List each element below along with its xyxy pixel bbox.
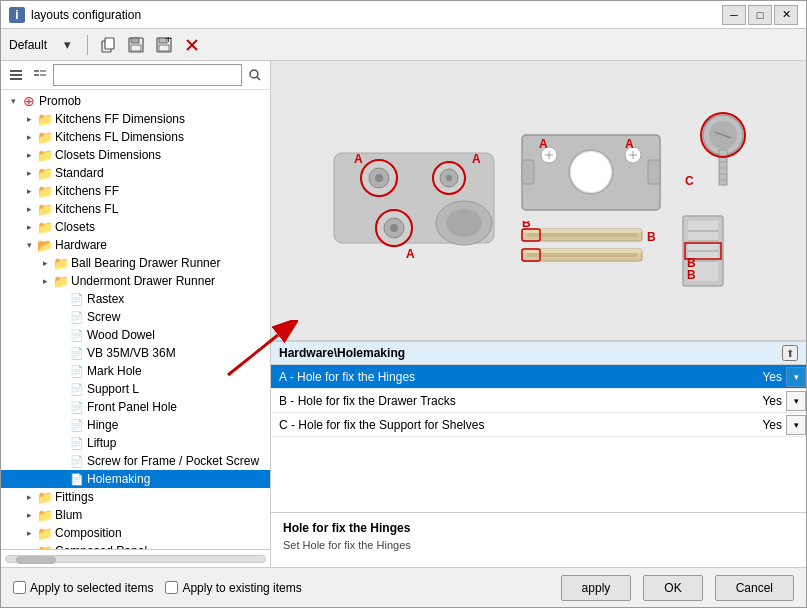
cancel-button[interactable]: Cancel (715, 575, 794, 601)
prop-row-a[interactable]: A - Hole for fix the Hinges Yes ▾ (271, 365, 806, 389)
description-text: Set Hole for fix the Hinges (283, 539, 794, 551)
svg-rect-47 (522, 160, 534, 184)
svg-rect-3 (131, 38, 139, 43)
category-title: Hardware\Holemaking (279, 346, 405, 360)
expander[interactable] (21, 165, 37, 181)
tree-item-kitchens-ff[interactable]: 📁 Kitchens FF (1, 182, 270, 200)
minimize-button[interactable]: ─ (722, 5, 746, 25)
tree-item-closets-dim[interactable]: 📁 Closets Dimensions (1, 146, 270, 164)
tree-item-vb35m[interactable]: 📄 VB 35M/VB 36M (1, 344, 270, 362)
tree-item-hardware[interactable]: 📂 Hardware (1, 236, 270, 254)
tree-item-fittings[interactable]: 📁 Fittings (1, 488, 270, 506)
copy-toolbar-btn[interactable] (96, 34, 120, 56)
scroll-thumb[interactable] (16, 556, 56, 564)
tree-item-rastex[interactable]: 📄 Rastex (1, 290, 270, 308)
maximize-button[interactable]: □ (748, 5, 772, 25)
tree-item-hinge[interactable]: 📄 Hinge (1, 416, 270, 434)
tree-item-composed-panel[interactable]: 📁 Composed Panel (1, 542, 270, 549)
main-window: i layouts configuration ─ □ ✕ Default ▾ … (0, 0, 807, 608)
tree-item-screw[interactable]: 📄 Screw (1, 308, 270, 326)
prop-value-c: Yes (726, 418, 786, 432)
props-list: A - Hole for fix the Hinges Yes ▾ B - Ho… (271, 365, 806, 512)
apply-to-existing-checkbox[interactable] (165, 581, 178, 594)
svg-rect-11 (10, 70, 22, 72)
doc-icon: 📄 (69, 399, 85, 415)
tree-item-mark-hole[interactable]: 📄 Mark Hole (1, 362, 270, 380)
preview-area: A A A (271, 61, 806, 341)
tree-item-liftup[interactable]: 📄 Liftup (1, 434, 270, 452)
close-button[interactable]: ✕ (774, 5, 798, 25)
tree-item-support-l[interactable]: 📄 Support L (1, 380, 270, 398)
expander (53, 417, 69, 433)
doc-icon: 📄 (69, 309, 85, 325)
apply-to-selected-checkbox-label[interactable]: Apply to selected items (13, 581, 153, 595)
title-bar-controls: ─ □ ✕ (722, 5, 798, 25)
apply-to-existing-label: Apply to existing items (182, 581, 301, 595)
tree-search-input[interactable] (53, 64, 242, 86)
expander[interactable] (21, 183, 37, 199)
tree-icon-btn-1[interactable] (5, 64, 27, 86)
svg-text:+: + (165, 37, 172, 46)
tree-item-kitchens-ff-dim[interactable]: 📁 Kitchens FF Dimensions (1, 110, 270, 128)
apply-button[interactable]: apply (561, 575, 632, 601)
prop-dropdown-c[interactable]: ▾ (786, 415, 806, 435)
tree-search-btn[interactable] (244, 64, 266, 86)
prop-dropdown-a[interactable]: ▾ (786, 367, 806, 387)
root-label: Promob (39, 94, 81, 108)
tree-item-wood-dowel[interactable]: 📄 Wood Dowel (1, 326, 270, 344)
tree-item-undermont[interactable]: 📁 Undermont Drawer Runner (1, 272, 270, 290)
item-label: Blum (55, 508, 82, 522)
expander[interactable] (21, 129, 37, 145)
apply-to-existing-checkbox-label[interactable]: Apply to existing items (165, 581, 301, 595)
ok-button[interactable]: OK (643, 575, 702, 601)
tree-item-composition[interactable]: 📁 Composition (1, 524, 270, 542)
expander[interactable] (21, 219, 37, 235)
tree-icon-btn-2[interactable] (29, 64, 51, 86)
expander[interactable] (37, 273, 53, 289)
delete-toolbar-btn[interactable] (180, 34, 204, 56)
tree-item-blum[interactable]: 📁 Blum (1, 506, 270, 524)
scroll-track[interactable] (5, 555, 266, 563)
expander[interactable] (21, 525, 37, 541)
item-label: Liftup (87, 436, 116, 450)
expander (53, 327, 69, 343)
category-collapse-btn[interactable]: ⬆ (782, 345, 798, 361)
folder-icon: 📁 (53, 255, 69, 271)
root-expander[interactable] (5, 93, 21, 109)
bottom-bar: Apply to selected items Apply to existin… (1, 567, 806, 607)
main-content: ⊕ Promob 📁 Kitchens FF Dimensions 📁 Kitc… (1, 61, 806, 567)
expander[interactable] (21, 489, 37, 505)
expander[interactable] (21, 201, 37, 217)
expander[interactable] (21, 147, 37, 163)
item-label: Support L (87, 382, 139, 396)
expander (53, 399, 69, 415)
expander[interactable] (21, 507, 37, 523)
svg-line-19 (257, 77, 260, 80)
prop-row-b[interactable]: B - Hole for fix the Drawer Tracks Yes ▾ (271, 389, 806, 413)
tree-item-kitchens-fl-dim[interactable]: 📁 Kitchens FL Dimensions (1, 128, 270, 146)
expander[interactable] (37, 255, 53, 271)
tree-container[interactable]: ⊕ Promob 📁 Kitchens FF Dimensions 📁 Kitc… (1, 90, 270, 549)
expander[interactable] (21, 237, 37, 253)
tree-item-front-panel-hole[interactable]: 📄 Front Panel Hole (1, 398, 270, 416)
prop-row-c[interactable]: C - Hole for fix the Support for Shelves… (271, 413, 806, 437)
tree-item-holemaking[interactable]: 📄 Holemaking (1, 470, 270, 488)
expander[interactable] (21, 111, 37, 127)
tree-item-ball-bearing[interactable]: 📁 Ball Bearing Drawer Runner (1, 254, 270, 272)
tree-item-closets[interactable]: 📁 Closets (1, 218, 270, 236)
tree-item-kitchens-fl[interactable]: 📁 Kitchens FL (1, 200, 270, 218)
svg-rect-56 (527, 253, 637, 257)
item-label: Screw (87, 310, 120, 324)
saveas-toolbar-btn[interactable]: + (152, 34, 176, 56)
svg-rect-14 (34, 70, 39, 72)
tree-item-screw-frame[interactable]: 📄 Screw for Frame / Pocket Screw (1, 452, 270, 470)
save-toolbar-btn[interactable] (124, 34, 148, 56)
tree-root-promob[interactable]: ⊕ Promob (1, 92, 270, 110)
svg-rect-48 (648, 160, 660, 184)
tree-item-standard[interactable]: 📁 Standard (1, 164, 270, 182)
apply-to-selected-checkbox[interactable] (13, 581, 26, 594)
expander (53, 381, 69, 397)
dropdown-arrow-btn[interactable]: ▾ (55, 34, 79, 56)
tree-scroll[interactable] (1, 549, 270, 567)
prop-dropdown-b[interactable]: ▾ (786, 391, 806, 411)
